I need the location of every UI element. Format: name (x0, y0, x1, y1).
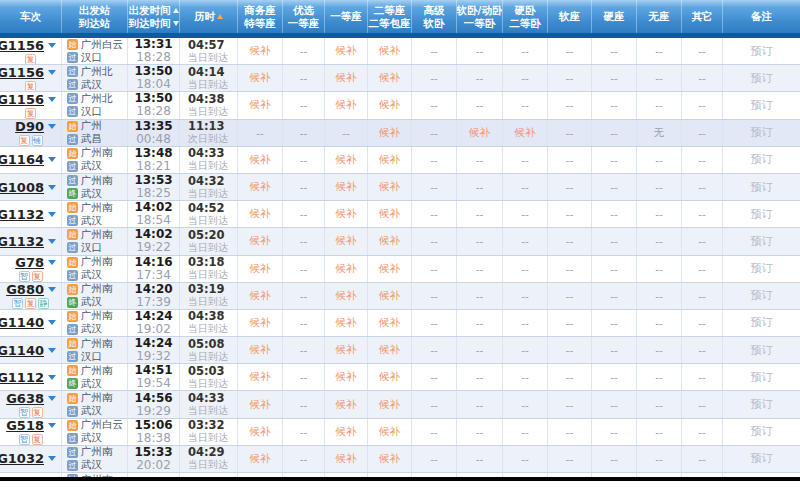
sort-ascending-icon[interactable] (217, 14, 223, 19)
seat-waitlist-link[interactable]: 候补 (336, 44, 357, 58)
chevron-down-icon[interactable] (48, 375, 56, 380)
chevron-down-icon[interactable] (48, 212, 56, 217)
book-button[interactable]: 预订 (751, 451, 773, 466)
train-number-link[interactable]: G1132 (0, 234, 44, 249)
chevron-down-icon[interactable] (48, 43, 56, 48)
seat-waitlist-link[interactable]: 候补 (469, 126, 490, 140)
seat-waitlist-link[interactable]: 候补 (379, 180, 400, 194)
seat-waitlist-link[interactable]: 候补 (250, 207, 271, 221)
seat-waitlist-link[interactable]: 候补 (379, 153, 400, 167)
seat-waitlist-link[interactable]: 候补 (250, 180, 271, 194)
column-header-times[interactable]: 出发时间到达时间 (128, 0, 180, 33)
train-number-link[interactable]: G1156 (0, 38, 44, 53)
seat-waitlist-link[interactable]: 候补 (379, 126, 400, 140)
train-number-link[interactable]: D90 (15, 120, 44, 135)
seat-waitlist-link[interactable]: 候补 (250, 153, 271, 167)
book-button[interactable]: 预订 (751, 98, 773, 113)
book-button[interactable]: 预订 (751, 71, 773, 86)
seat-waitlist-link[interactable]: 候补 (379, 343, 400, 357)
sort-ascending-icon[interactable] (173, 8, 179, 13)
seat-waitlist-link[interactable]: 候补 (379, 289, 400, 303)
seat-waitlist-link[interactable]: 候补 (250, 44, 271, 58)
book-button[interactable]: 预订 (751, 370, 773, 385)
train-number-link[interactable]: G1164 (0, 152, 44, 167)
seat-waitlist-link[interactable]: 候补 (250, 289, 271, 303)
seat-waitlist-link[interactable]: 候补 (336, 262, 357, 276)
book-button[interactable]: 预订 (751, 397, 773, 412)
train-number-link[interactable]: G1132 (0, 207, 44, 222)
seat-waitlist-link[interactable]: 候补 (336, 153, 357, 167)
train-number-link[interactable]: G638 (6, 391, 44, 406)
chevron-down-icon[interactable] (48, 260, 56, 265)
seat-waitlist-link[interactable]: 候补 (379, 370, 400, 384)
seat-waitlist-link[interactable]: 候补 (379, 71, 400, 85)
seat-waitlist-link[interactable]: 候补 (515, 126, 536, 140)
train-number-link[interactable]: G518 (6, 419, 44, 434)
seat-waitlist-link[interactable]: 候补 (336, 234, 357, 248)
seat-waitlist-link[interactable]: 候补 (336, 343, 357, 357)
chevron-down-icon[interactable] (48, 70, 56, 75)
seat-waitlist-link[interactable]: 候补 (336, 180, 357, 194)
train-number-link[interactable]: G1140 (0, 343, 44, 358)
seat-waitlist-link[interactable]: 候补 (250, 370, 271, 384)
book-button[interactable]: 预订 (751, 288, 773, 303)
seat-waitlist-link[interactable]: 候补 (336, 452, 357, 466)
seat-waitlist-link[interactable]: 候补 (250, 398, 271, 412)
book-button[interactable]: 预订 (751, 44, 773, 59)
chevron-down-icon[interactable] (48, 348, 56, 353)
train-number-link[interactable]: G1156 (0, 92, 44, 107)
train-number-link[interactable]: G1032 (0, 451, 44, 466)
chevron-down-icon[interactable] (48, 423, 56, 428)
seat-waitlist-link[interactable]: 候补 (250, 343, 271, 357)
column-header-duration[interactable]: 历时 (180, 0, 238, 33)
chevron-down-icon[interactable] (48, 124, 56, 129)
train-number-link[interactable]: G1112 (0, 370, 44, 385)
seat-waitlist-link[interactable]: 候补 (250, 425, 271, 439)
seat-waitlist-link[interactable]: 候补 (379, 234, 400, 248)
seat-waitlist-link[interactable]: 候补 (379, 425, 400, 439)
seat-waitlist-link[interactable]: 候补 (250, 234, 271, 248)
train-number-link[interactable]: G78 (15, 256, 44, 271)
seat-waitlist-link[interactable]: 候补 (336, 207, 357, 221)
seat-waitlist-link[interactable]: 候补 (336, 316, 357, 330)
book-button[interactable]: 预订 (751, 125, 773, 140)
seat-waitlist-link[interactable]: 候补 (250, 316, 271, 330)
book-button[interactable]: 预订 (751, 315, 773, 330)
seat-waitlist-link[interactable]: 候补 (250, 98, 271, 112)
sort-descending-icon[interactable] (173, 21, 179, 26)
train-number-link[interactable]: G1140 (0, 315, 44, 330)
seat-waitlist-link[interactable]: 候补 (379, 44, 400, 58)
chevron-down-icon[interactable] (48, 185, 56, 190)
train-number-link[interactable]: G880 (6, 283, 44, 298)
book-button[interactable]: 预订 (751, 424, 773, 439)
chevron-down-icon[interactable] (48, 97, 56, 102)
chevron-down-icon[interactable] (48, 287, 56, 292)
book-button[interactable]: 预订 (751, 234, 773, 249)
seat-waitlist-link[interactable]: 候补 (336, 71, 357, 85)
book-button[interactable]: 预订 (751, 343, 773, 358)
seat-waitlist-link[interactable]: 候补 (379, 316, 400, 330)
chevron-down-icon[interactable] (48, 239, 56, 244)
seat-waitlist-link[interactable]: 候补 (336, 425, 357, 439)
seat-waitlist-link[interactable]: 候补 (336, 398, 357, 412)
seat-waitlist-link[interactable]: 候补 (379, 398, 400, 412)
seat-waitlist-link[interactable]: 候补 (250, 262, 271, 276)
seat-waitlist-link[interactable]: 候补 (379, 207, 400, 221)
seat-waitlist-link[interactable]: 候补 (250, 452, 271, 466)
book-button[interactable]: 预订 (751, 180, 773, 195)
chevron-down-icon[interactable] (48, 456, 56, 461)
seat-waitlist-link[interactable]: 候补 (250, 71, 271, 85)
train-number-link[interactable]: G1156 (0, 65, 44, 80)
chevron-down-icon[interactable] (48, 320, 56, 325)
seat-waitlist-link[interactable]: 候补 (379, 98, 400, 112)
chevron-down-icon[interactable] (48, 396, 56, 401)
book-button[interactable]: 预订 (751, 261, 773, 276)
train-number-link[interactable]: G1008 (0, 180, 44, 195)
seat-waitlist-link[interactable]: 候补 (379, 262, 400, 276)
seat-waitlist-link[interactable]: 候补 (336, 370, 357, 384)
book-button[interactable]: 预订 (751, 207, 773, 222)
seat-waitlist-link[interactable]: 候补 (336, 98, 357, 112)
book-button[interactable]: 预订 (751, 152, 773, 167)
seat-waitlist-link[interactable]: 候补 (336, 289, 357, 303)
seat-waitlist-link[interactable]: 候补 (379, 452, 400, 466)
